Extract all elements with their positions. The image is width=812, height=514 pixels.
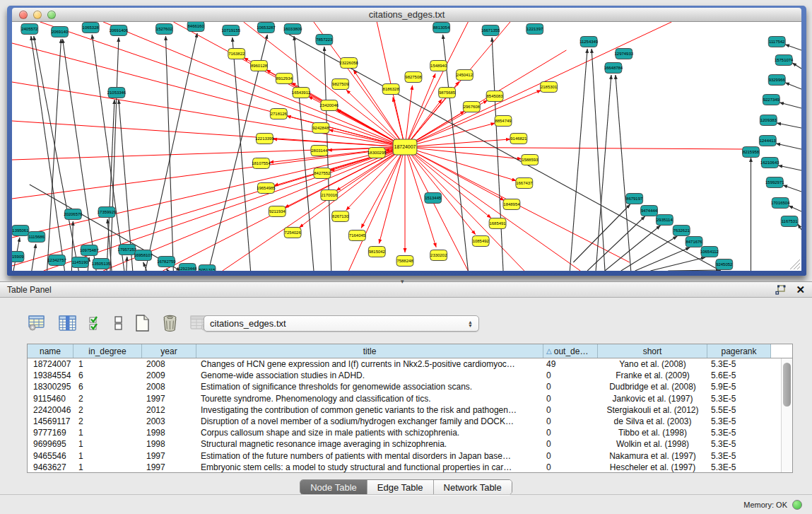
table-vertical-scrollbar[interactable] (781, 358, 792, 472)
window-resize-grip[interactable] (790, 259, 800, 269)
tab-network-table[interactable]: Network Table (434, 480, 512, 494)
graph-node[interactable]: 8545083 (486, 91, 503, 102)
graph-node[interactable]: 16648784 (604, 63, 623, 74)
graph-node[interactable]: 7588248 (396, 256, 413, 267)
graph-node[interactable]: 1065328 (82, 23, 99, 33)
graph-node[interactable]: 9227349 (763, 95, 779, 105)
graph-node[interactable]: 3915909 (12, 252, 24, 262)
graph-node[interactable]: 8215958 (743, 147, 760, 158)
graph-node[interactable]: 8466160 (187, 22, 204, 32)
graph-node[interactable]: 1513445 (425, 193, 442, 204)
graph-node[interactable]: 8813054 (433, 23, 450, 33)
graph-node[interactable]: 9242848 (312, 123, 329, 134)
graph-node[interactable]: 1685491 (489, 218, 506, 229)
graph-node[interactable]: 2330202 (430, 250, 447, 261)
table-row[interactable]: 1872400712008Changes of HCN gene express… (28, 358, 781, 370)
graph-node[interactable]: 12213399 (255, 134, 274, 144)
graph-node[interactable]: 1145190 (71, 257, 88, 268)
graph-node[interactable]: 1527602 (156, 24, 173, 35)
graph-node[interactable]: 9827508 (405, 72, 422, 83)
graph-node[interactable]: 8471676 (686, 237, 702, 247)
graph-node[interactable]: 9245052 (716, 259, 733, 270)
graph-node[interactable]: 23226058 (339, 58, 358, 69)
network-window-titlebar[interactable]: citations_edges.txt (12, 8, 801, 22)
graph-node[interactable]: 12974933 (615, 49, 634, 59)
graph-node[interactable]: 7164045 (349, 230, 366, 241)
graph-node[interactable]: 19654985 (257, 183, 276, 194)
graph-node[interactable]: 5051315 (199, 265, 216, 271)
column-header-title[interactable]: title (196, 344, 543, 358)
tab-node-table[interactable]: Node Table (300, 480, 367, 494)
graph-node[interactable]: 1167531 (781, 216, 798, 227)
graph-node[interactable]: 8912934 (276, 74, 293, 84)
graph-node[interactable]: 10719155 (222, 25, 241, 36)
graph-node[interactable]: 23420046 (320, 100, 339, 111)
column-header-year[interactable]: year (142, 344, 196, 358)
graph-node[interactable]: 8427552 (314, 168, 331, 179)
graph-node[interactable]: 20206576 (64, 209, 83, 220)
table-row[interactable]: 2242004622012Investigating the contribut… (28, 404, 781, 416)
graph-node[interactable]: 1667437 (516, 178, 533, 189)
select-columns-icon[interactable] (88, 316, 102, 331)
graph-node[interactable]: 18724007 (393, 139, 417, 155)
table-row[interactable]: 969969511998Structural magnetic resonanc… (28, 438, 781, 450)
graph-node[interactable]: 2185301 (541, 82, 558, 93)
graph-node[interactable]: 7632621 (673, 226, 690, 236)
table-selector-dropdown[interactable]: citations_edges.txt ▲▼ (204, 315, 479, 332)
graph-node[interactable]: 9474444 (641, 206, 658, 216)
graph-node[interactable]: 2450412 (456, 70, 473, 81)
graph-node[interactable]: 21053346 (107, 88, 126, 98)
table-options-icon[interactable] (28, 315, 47, 331)
graph-node[interactable]: 2718126 (270, 109, 287, 119)
scrollbar-thumb[interactable] (783, 363, 791, 407)
graph-node[interactable]: 1115686 (28, 232, 45, 243)
graph-node[interactable]: 1085492 (472, 236, 489, 247)
graph-node[interactable]: 2069140 (52, 27, 69, 37)
graph-node[interactable]: 16543912 (292, 88, 311, 98)
graph-node[interactable]: 8854749 (495, 116, 512, 127)
graph-node[interactable]: 2935114 (656, 215, 673, 226)
column-header-name[interactable]: name (28, 344, 73, 358)
table-row[interactable]: 1456911722003Disruption of a novel membe… (28, 416, 781, 427)
table-row[interactable]: 911546021997Tourette syndrome. Phenomeno… (28, 393, 781, 404)
new-table-icon[interactable] (134, 315, 150, 332)
graph-node[interactable]: 1588593 (522, 155, 539, 165)
delete-table-icon[interactable] (162, 315, 178, 332)
show-columns-icon[interactable] (59, 315, 76, 331)
graph-node[interactable]: 16782759 (157, 257, 176, 267)
graph-node[interactable]: 1244413 (759, 136, 776, 146)
graph-node[interactable]: 15992971 (765, 177, 784, 188)
graph-node[interactable]: 15751074 (775, 55, 794, 66)
citation-network-graph[interactable]: 18724007 7163822 8960128 8912934 1654391… (12, 22, 801, 271)
graph-node[interactable]: 12923448 (178, 264, 197, 271)
graph-node[interactable]: 10653287 (257, 23, 276, 33)
graph-node[interactable]: 1395061 (12, 226, 29, 236)
close-panel-icon[interactable]: ✕ (796, 284, 805, 295)
column-header-short[interactable]: short (598, 344, 707, 358)
graph-node[interactable]: 20691406 (110, 25, 129, 36)
table-row[interactable]: 946362711997Embryonic stem cells: a mode… (28, 462, 781, 472)
graph-node[interactable]: 7254026 (284, 228, 301, 238)
memory-status-indicator[interactable] (792, 500, 802, 510)
graph-node[interactable]: 10654112 (700, 247, 719, 257)
float-panel-icon[interactable] (775, 285, 786, 295)
graph-node[interactable]: 12342757 (47, 255, 66, 266)
graph-node[interactable]: 16210643 (760, 158, 779, 168)
graph-node[interactable]: 17016504 (771, 198, 790, 209)
graph-node[interactable]: 2170016 (321, 190, 338, 201)
column-header-out_de[interactable]: △out_de… (543, 344, 598, 358)
column-header-pagerank[interactable]: pagerank (707, 344, 771, 358)
graph-node[interactable]: 18107554 (252, 158, 271, 169)
graph-node[interactable]: 7163822 (228, 49, 245, 59)
graph-node[interactable]: 16033809 (283, 24, 302, 35)
table-row[interactable]: 946554611997Estimation of the future num… (28, 450, 781, 462)
graph-node[interactable]: 1548940 (430, 61, 447, 71)
graph-node[interactable]: 9329966 (768, 75, 785, 86)
graph-node[interactable]: 13505135 (92, 259, 111, 269)
graph-node[interactable]: 8267130 (332, 211, 349, 222)
graph-node[interactable]: 16671355 (481, 25, 500, 36)
table-row[interactable]: 977716911998Corpus callosum shape and si… (28, 427, 781, 438)
graph-node[interactable]: 1117542 (768, 37, 785, 47)
graph-node[interactable]: 2803144 (311, 146, 328, 156)
graph-node[interactable]: 8960128 (251, 61, 268, 71)
